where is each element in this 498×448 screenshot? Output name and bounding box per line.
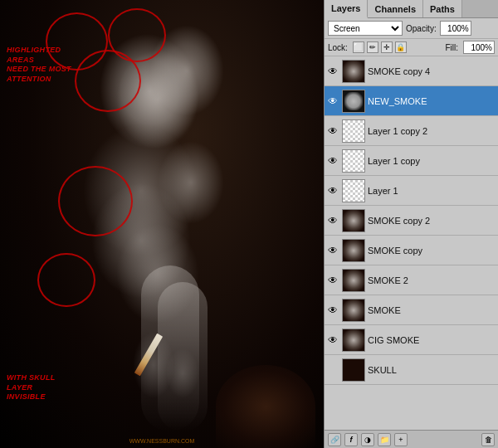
layer-eye-10[interactable] (326, 363, 339, 377)
layer-name-9: CIG SMOKE (368, 335, 419, 345)
panel-tabs: Layers Channels Paths (325, 0, 498, 18)
layer-thumb-0 (342, 60, 365, 83)
layer-thumb-2 (342, 119, 365, 143)
link-icon[interactable]: 🔗 (328, 433, 341, 446)
fill-label: Fill: (445, 43, 458, 52)
lock-position-icon[interactable]: ✛ (381, 41, 393, 53)
layer-eye-8[interactable]: 👁 (326, 304, 339, 317)
layer-name-4: Layer 1 (368, 186, 398, 196)
layer-thumb-9 (342, 329, 365, 352)
layer-name-10: SKULL (368, 365, 397, 375)
layer-item-cig-smoke[interactable]: 👁CIG SMOKE (325, 325, 498, 355)
annotation-bottom: WITH SKULL LAYER INVISIBLE (7, 373, 81, 402)
layer-eye-0[interactable]: 👁 (326, 65, 339, 78)
panel-bottom: 🔗 f ◑ 📁 + 🗑 (325, 430, 498, 448)
canvas-area: HIGHLIGHTED AREAS NEED THE MOST ATTENTIO… (0, 0, 324, 448)
layer-name-2: Layer 1 copy 2 (368, 126, 427, 136)
smoke-wisp-2 (166, 348, 199, 398)
blend-mode-row: Screen Normal Multiply Overlay Opacity: (325, 18, 498, 39)
new-layer-icon[interactable]: + (394, 433, 408, 446)
layer-eye-5[interactable]: 👁 (326, 214, 339, 227)
layer-thumb-8 (342, 299, 365, 322)
tab-paths[interactable]: Paths (423, 0, 462, 17)
layer-thumb-3 (342, 149, 365, 173)
layer-item-layer-1-copy[interactable]: 👁Layer 1 copy (325, 146, 498, 176)
layer-thumb-4 (342, 179, 365, 202)
layer-item-smoke-copy-4[interactable]: 👁SMOKE copy 4 (325, 56, 498, 86)
layer-item-smoke-copy-2[interactable]: 👁SMOKE copy 2 (325, 206, 498, 236)
layer-eye-6[interactable]: 👁 (326, 244, 339, 257)
opacity-input[interactable] (440, 21, 471, 36)
highlight-circle-5 (37, 253, 95, 307)
layer-eye-3[interactable]: 👁 (326, 154, 339, 168)
lock-label: Lock: (328, 43, 348, 52)
layer-name-6: SMOKE copy (368, 246, 422, 256)
layer-name-1: NEW_SMOKE (368, 96, 427, 106)
layer-name-7: SMOKE 2 (368, 275, 408, 285)
layer-thumb-1 (342, 90, 365, 113)
highlight-circle-4 (58, 166, 133, 236)
face-silhouette (216, 365, 315, 448)
opacity-label: Opacity: (406, 24, 437, 33)
highlight-circle-3 (75, 50, 141, 112)
layer-item-layer-1-copy-2[interactable]: 👁Layer 1 copy 2 (325, 116, 498, 146)
layer-name-5: SMOKE copy 2 (368, 216, 430, 226)
layer-name-3: Layer 1 copy (368, 156, 420, 166)
layer-eye-7[interactable]: 👁 (326, 274, 339, 287)
layer-item-skull[interactable]: SKULL (325, 355, 498, 385)
layer-item-smoke[interactable]: 👁SMOKE (325, 295, 498, 325)
lock-all-icon[interactable]: 🔒 (395, 41, 407, 53)
fill-input[interactable] (463, 41, 495, 54)
annotation-top: HIGHLIGHTED AREAS NEED THE MOST ATTENTIO… (7, 46, 73, 85)
layer-eye-2[interactable]: 👁 (326, 124, 339, 138)
delete-icon[interactable]: 🗑 (481, 433, 495, 446)
layer-item-smoke-copy[interactable]: 👁SMOKE copy (325, 236, 498, 265)
layers-list[interactable]: 👁SMOKE copy 4👁NEW_SMOKE👁Layer 1 copy 2👁L… (325, 56, 498, 430)
lock-transparent-icon[interactable]: ⬜ (353, 41, 364, 53)
layer-item-layer-1[interactable]: 👁Layer 1 (325, 176, 498, 206)
tab-channels[interactable]: Channels (368, 0, 423, 17)
layer-name-8: SMOKE (368, 305, 401, 315)
tab-layers[interactable]: Layers (325, 0, 368, 18)
layer-eye-1[interactable]: 👁 (326, 95, 339, 108)
layer-eye-9[interactable]: 👁 (326, 334, 339, 347)
lock-row: Lock: ⬜ ✏ ✛ 🔒 Fill: (325, 39, 498, 56)
folder-icon[interactable]: 📁 (378, 433, 391, 446)
mask-icon[interactable]: ◑ (361, 433, 374, 446)
layer-item-smoke-2[interactable]: 👁SMOKE 2 (325, 265, 498, 295)
layer-eye-4[interactable]: 👁 (326, 184, 339, 197)
fx-icon[interactable]: f (344, 433, 358, 446)
lock-pixels-icon[interactable]: ✏ (367, 41, 378, 53)
layer-thumb-5 (342, 209, 365, 232)
layer-thumb-7 (342, 269, 365, 292)
layers-panel: Layers Channels Paths Screen Normal Mult… (324, 0, 498, 448)
layer-item-new_smoke[interactable]: 👁NEW_SMOKE (325, 86, 498, 116)
blend-mode-select[interactable]: Screen Normal Multiply Overlay (328, 21, 403, 36)
lock-icons: ⬜ ✏ ✛ 🔒 (353, 41, 407, 53)
watermark: WWW.NESSBURN.COM (129, 438, 195, 444)
layer-thumb-10 (342, 358, 365, 382)
layer-thumb-6 (342, 239, 365, 262)
layer-name-0: SMOKE copy 4 (368, 66, 430, 76)
